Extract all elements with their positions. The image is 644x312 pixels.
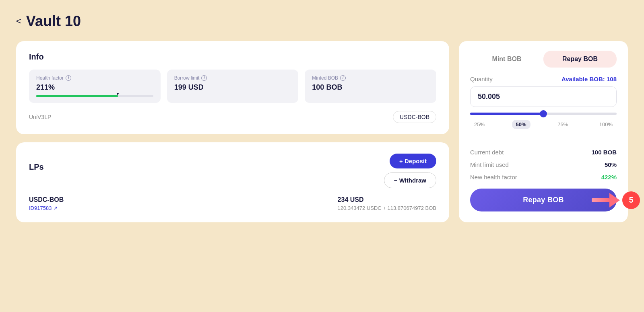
slider-track [470, 113, 617, 115]
left-column: Info Health factor i 211% [16, 41, 449, 222]
slider-container[interactable] [470, 113, 617, 115]
current-debt-row: Current debt 100 BOB [470, 149, 617, 156]
minted-bob-label: Minted BOB i [312, 75, 429, 81]
collateral-type: UniV3LP [29, 114, 51, 120]
minted-bob-box: Minted BOB i 100 BOB [305, 70, 436, 103]
pair-badge: USDC-BOB [393, 111, 436, 123]
minted-bob-value: 100 BOB [312, 83, 429, 92]
lp-item-left: USDC-BOB ID917583 ↗ [29, 196, 64, 211]
health-factor-box: Health factor i 211% [29, 70, 161, 103]
mint-limit-row: Mint limit used 50% [470, 161, 617, 168]
tab-repay-bob[interactable]: Repay BOB [543, 51, 617, 68]
page-title: Vault 10 [26, 13, 81, 30]
borrow-limit-label: Borrow limit i [174, 75, 291, 81]
main-layout: Info Health factor i 211% [16, 41, 628, 222]
tab-mint-bob[interactable]: Mint BOB [470, 51, 543, 68]
info-card: Info Health factor i 211% [16, 41, 449, 134]
minted-bob-info-icon[interactable]: i [340, 75, 346, 81]
arrow-head [609, 193, 620, 207]
lp-id-link[interactable]: ID917583 ↗ [29, 205, 64, 211]
lp-name: USDC-BOB [29, 196, 64, 203]
info-card-title: Info [29, 52, 436, 62]
page-container: < Vault 10 Info Health factor i 211% [16, 13, 628, 222]
step-badge: 5 [622, 191, 640, 209]
slider-thumb[interactable] [540, 110, 547, 117]
borrow-limit-info-icon[interactable]: i [201, 75, 207, 81]
health-bar-fill [36, 95, 118, 97]
new-health-factor-row: New health factor 422% [470, 174, 617, 181]
quantity-section: Quantity Available BOB: 108 25% [470, 76, 617, 129]
info-stats: Health factor i 211% Borrow limit i [29, 70, 436, 103]
available-bob-value: 108 [607, 76, 617, 82]
slider-fill [470, 113, 543, 115]
health-factor-info-icon[interactable]: i [66, 75, 71, 81]
right-panel: Mint BOB Repay BOB Quantity Available BO… [459, 41, 628, 222]
slider-label-75[interactable]: 75% [553, 120, 572, 129]
current-debt-value: 100 BOB [591, 149, 617, 156]
back-button[interactable]: < [16, 16, 21, 27]
available-bob-display: Available BOB: 108 [561, 76, 617, 82]
slider-labels: 25% 50% 75% 100% [470, 120, 617, 129]
lp-action-buttons: + Deposit − Withdraw [384, 154, 436, 188]
page-header: < Vault 10 [16, 13, 628, 30]
slider-label-50[interactable]: 50% [512, 120, 530, 129]
arrow-indicator: 5 [592, 191, 640, 209]
detail-rows: Current debt 100 BOB Mint limit used 50%… [470, 149, 617, 181]
borrow-limit-box: Borrow limit i 199 USD [167, 70, 299, 103]
lps-header: LPs + Deposit − Withdraw [29, 154, 436, 188]
deposit-button[interactable]: + Deposit [390, 154, 436, 168]
quantity-header: Quantity Available BOB: 108 [470, 76, 617, 82]
health-factor-value: 211% [36, 83, 153, 92]
arrow-tail [592, 198, 609, 202]
tab-row: Mint BOB Repay BOB [470, 51, 617, 68]
repay-cta-row: Repay BOB 5 [470, 189, 617, 211]
lps-card-title: LPs [29, 162, 44, 172]
withdraw-button[interactable]: − Withdraw [384, 172, 436, 188]
mint-limit-value: 50% [605, 161, 617, 168]
health-bar-container [36, 95, 153, 97]
info-footer: UniV3LP USDC-BOB [29, 111, 436, 123]
quantity-input-wrap[interactable] [470, 86, 617, 107]
new-health-factor-value: 422% [601, 174, 617, 181]
quantity-input[interactable] [478, 92, 609, 101]
lp-item: USDC-BOB ID917583 ↗ 234 USD 120.343472 U… [29, 196, 436, 211]
current-debt-label: Current debt [470, 149, 504, 156]
lp-value: 234 USD [338, 196, 436, 203]
mint-limit-label: Mint limit used [470, 161, 509, 168]
lp-item-center: 234 USD 120.343472 USDC + 113.870674972 … [338, 196, 436, 211]
slider-label-25[interactable]: 25% [470, 120, 489, 129]
quantity-label: Quantity [470, 76, 493, 82]
health-factor-label: Health factor i [36, 75, 153, 81]
lp-breakdown: 120.343472 USDC + 113.870674972 BOB [338, 205, 436, 211]
new-health-factor-label: New health factor [470, 174, 517, 181]
divider [470, 139, 617, 139]
lps-card: LPs + Deposit − Withdraw USDC-BOB ID9175… [16, 142, 449, 222]
borrow-limit-value: 199 USD [174, 83, 291, 92]
slider-label-100[interactable]: 100% [595, 120, 617, 129]
